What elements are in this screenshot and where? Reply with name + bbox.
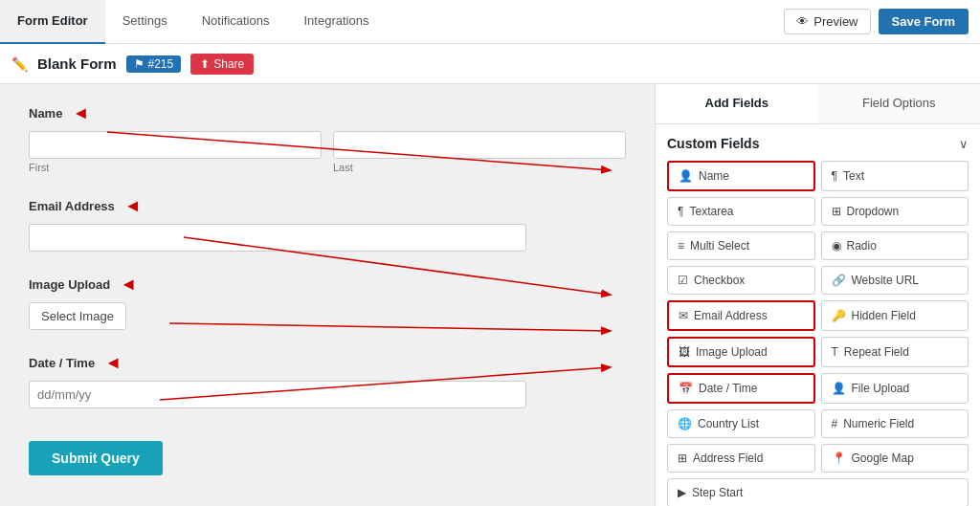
- name-field-inputs: First Last: [29, 131, 626, 173]
- image-arrow-indicator: ◄: [120, 275, 137, 295]
- edit-icon: ✏️: [11, 56, 28, 72]
- field-btn-radio[interactable]: ◉ Radio: [821, 231, 969, 260]
- form-title: Blank Form: [37, 55, 117, 72]
- flag-icon: ⚑: [134, 57, 145, 71]
- submit-button[interactable]: Submit Query: [29, 441, 163, 475]
- main-layout: Name ◄ First Last Email Address ◄: [0, 84, 980, 506]
- hidden-field-icon: 🔑: [832, 309, 846, 322]
- field-btn-name[interactable]: 👤 Name: [667, 161, 815, 191]
- panel-tabs: Add Fields Field Options: [656, 84, 980, 124]
- image-upload-field-group: Image Upload ◄ Select Image: [29, 275, 626, 330]
- image-upload-field-label: Image Upload ◄: [29, 275, 626, 295]
- dropdown-field-icon: ⊞: [832, 205, 841, 218]
- field-btn-repeat[interactable]: T Repeat Field: [821, 337, 969, 367]
- field-btn-text[interactable]: ¶ Text: [821, 161, 969, 191]
- custom-fields-title: Custom Fields: [667, 136, 759, 151]
- image-upload-icon: 🖼: [679, 345, 690, 359]
- tab-field-options[interactable]: Field Options: [818, 84, 981, 123]
- last-name-label: Last: [333, 162, 626, 173]
- step-start-wrapper: ▶ Step Start: [667, 478, 969, 506]
- field-btn-file-upload[interactable]: 👤 File Upload: [821, 373, 969, 404]
- fields-grid: 👤 Name ¶ Text ¶ Textarea ⊞ Dropdown: [667, 161, 969, 473]
- top-navigation: Form Editor Settings Notifications Integ…: [0, 0, 980, 44]
- name-field-group: Name ◄ First Last: [29, 103, 626, 173]
- email-arrow-indicator: ◄: [124, 196, 142, 216]
- field-btn-website-url[interactable]: 🔗 Website URL: [821, 266, 969, 295]
- field-btn-numeric[interactable]: # Numeric Field: [821, 409, 969, 438]
- name-field-label: Name ◄: [29, 103, 626, 123]
- email-field-label: Email Address ◄: [29, 196, 626, 216]
- name-field-icon: 👤: [679, 169, 693, 183]
- field-btn-address[interactable]: ⊞ Address Field: [667, 444, 815, 473]
- last-name-input[interactable]: [333, 131, 626, 159]
- tab-notifications[interactable]: Notifications: [185, 0, 287, 44]
- text-field-icon: ¶: [832, 169, 837, 183]
- field-btn-step-start[interactable]: ▶ Step Start: [667, 478, 969, 506]
- form-editor-area: Name ◄ First Last Email Address ◄: [0, 84, 655, 506]
- field-btn-email[interactable]: ✉ Email Address: [667, 300, 815, 331]
- email-field-icon: ✉: [679, 309, 688, 322]
- step-start-icon: ▶: [678, 486, 686, 499]
- last-name-wrapper: Last: [333, 131, 626, 173]
- repeat-field-icon: T: [832, 345, 838, 359]
- top-nav-actions: 👁 Preview Save Form: [784, 9, 980, 34]
- address-field-icon: ⊞: [678, 451, 687, 465]
- custom-fields-section: Custom Fields ∨ 👤 Name ¶ Text ¶ Textarea: [656, 124, 980, 506]
- country-list-icon: 🌐: [678, 417, 692, 430]
- tab-integrations[interactable]: Integrations: [286, 0, 386, 44]
- save-form-button[interactable]: Save Form: [879, 9, 969, 34]
- email-input[interactable]: [29, 224, 526, 252]
- date-input[interactable]: [29, 381, 526, 408]
- share-icon: ⬆: [200, 57, 210, 71]
- file-upload-icon: 👤: [832, 382, 846, 395]
- share-button[interactable]: ⬆ Share: [190, 54, 254, 75]
- tab-form-editor[interactable]: Form Editor: [0, 0, 105, 44]
- field-btn-textarea[interactable]: ¶ Textarea: [667, 197, 815, 226]
- field-btn-image-upload[interactable]: 🖼 Image Upload: [667, 337, 815, 367]
- checkbox-icon: ☑: [678, 274, 688, 287]
- email-field-group: Email Address ◄: [29, 196, 626, 252]
- google-map-icon: 📍: [832, 451, 846, 465]
- date-time-field-group: Date / Time ◄: [29, 353, 626, 408]
- eye-icon: 👁: [796, 14, 809, 29]
- textarea-field-icon: ¶: [678, 205, 683, 218]
- collapse-icon[interactable]: ∨: [959, 137, 969, 151]
- form-id-badge: ⚑ #215: [126, 55, 182, 73]
- multi-select-icon: ≡: [678, 239, 684, 253]
- first-name-input[interactable]: [29, 131, 322, 159]
- radio-icon: ◉: [832, 239, 841, 253]
- field-btn-hidden[interactable]: 🔑 Hidden Field: [821, 300, 969, 331]
- first-name-label: First: [29, 162, 322, 173]
- field-btn-date-time[interactable]: 📅 Date / Time: [667, 373, 815, 404]
- date-arrow-indicator: ◄: [104, 353, 122, 373]
- preview-button[interactable]: 👁 Preview: [784, 9, 870, 34]
- name-arrow-indicator: ◄: [72, 103, 89, 123]
- website-url-icon: 🔗: [832, 274, 846, 287]
- field-btn-multi-select[interactable]: ≡ Multi Select: [667, 231, 815, 260]
- custom-fields-header: Custom Fields ∨: [667, 136, 969, 151]
- tab-settings[interactable]: Settings: [105, 0, 185, 44]
- field-btn-google-map[interactable]: 📍 Google Map: [821, 444, 969, 473]
- tab-add-fields[interactable]: Add Fields: [656, 84, 818, 123]
- sub-header: ✏️ Blank Form ⚑ #215 ⬆ Share: [0, 44, 980, 84]
- field-btn-dropdown[interactable]: ⊞ Dropdown: [821, 197, 969, 226]
- field-btn-country-list[interactable]: 🌐 Country List: [667, 409, 815, 438]
- right-panel: Add Fields Field Options Custom Fields ∨…: [655, 84, 980, 506]
- date-time-field-label: Date / Time ◄: [29, 353, 626, 373]
- select-image-button[interactable]: Select Image: [29, 302, 126, 330]
- field-btn-checkbox[interactable]: ☑ Checkbox: [667, 266, 815, 295]
- first-name-wrapper: First: [29, 131, 322, 173]
- date-time-icon: 📅: [679, 382, 693, 395]
- numeric-field-icon: #: [832, 417, 838, 430]
